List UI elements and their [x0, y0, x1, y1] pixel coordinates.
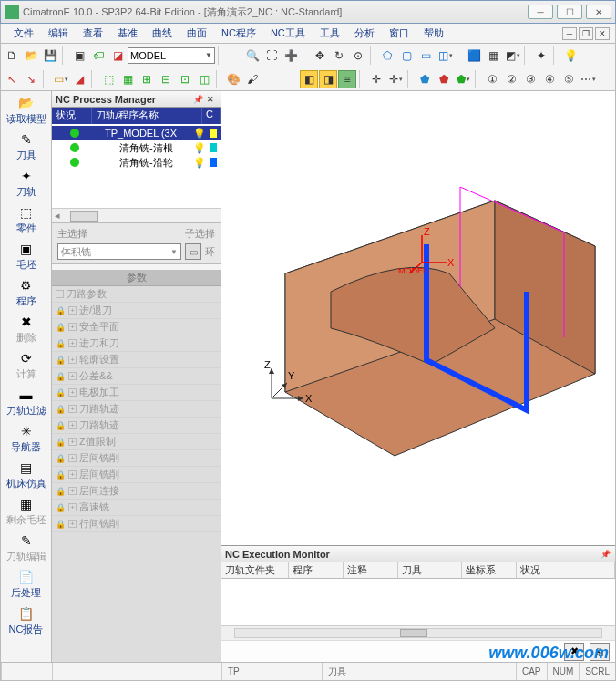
sub-select-box[interactable]: ▭ [185, 243, 201, 260]
param-row[interactable]: 🔒+高速铣 [52, 500, 221, 516]
col-status[interactable]: 状况 [52, 108, 92, 124]
toggle-c-button[interactable]: ≡ [338, 70, 356, 88]
left-tool-9[interactable]: ✳导航器 [5, 421, 48, 456]
param-row[interactable]: 🔒+安全平面 [52, 319, 221, 335]
model-shape-icon[interactable]: ◪ [108, 46, 127, 65]
menu-help[interactable]: 帮助 [416, 25, 451, 42]
expand-icon[interactable]: + [68, 454, 77, 462]
info-5-button[interactable]: ⑤ [560, 70, 578, 88]
ucs-button[interactable]: ✛ [367, 70, 385, 88]
zoom-window-button[interactable]: 🔍 [243, 46, 262, 65]
expand-icon[interactable]: + [68, 306, 77, 315]
side-view-button[interactable]: ◫ [436, 46, 454, 65]
filter-group-2[interactable]: ▦ [118, 70, 137, 88]
param-row[interactable]: 🔒+刀路轨迹 [52, 401, 221, 418]
body-1-button[interactable]: ⬟ [416, 70, 434, 88]
menu-curve[interactable]: 曲线 [145, 25, 180, 42]
ucs-drop-button[interactable]: ✛ [386, 70, 405, 88]
col-c[interactable]: C [202, 108, 221, 124]
axis-overlay-button[interactable]: ✦ [532, 46, 550, 65]
param-row[interactable]: 🔒+进刀和刀 [52, 335, 221, 352]
left-tool-11[interactable]: ▦剩余毛坯 [5, 494, 48, 529]
expand-icon[interactable]: + [68, 487, 77, 495]
left-tool-12[interactable]: ✎刀轨编辑 [5, 531, 48, 565]
body-2-button[interactable]: ⬟ [435, 70, 453, 88]
toggle-a-button[interactable]: ◧ [300, 70, 318, 88]
rotate-button[interactable]: ↻ [330, 46, 348, 65]
tag-icon[interactable]: 🏷 [89, 46, 108, 65]
zoom-in-button[interactable]: ➕ [282, 46, 300, 65]
menu-window[interactable]: 窗口 [382, 25, 416, 42]
pin-icon[interactable]: 📌 [599, 548, 611, 561]
param-row[interactable]: 🔒+公差&& [52, 368, 221, 385]
left-tool-10[interactable]: ▤机床仿真 [5, 458, 48, 492]
3d-viewport[interactable]: Z X MODEL Z Y X [221, 91, 615, 545]
top-view-button[interactable]: ▢ [397, 46, 416, 65]
left-tool-2[interactable]: ✦刀轨 [5, 166, 48, 201]
maximize-button[interactable]: ☐ [557, 5, 582, 19]
toggle-b-button[interactable]: ◨ [319, 70, 337, 88]
expand-icon[interactable]: + [68, 356, 77, 364]
exec-col-status[interactable]: 状况 [517, 562, 615, 578]
brush-button[interactable]: 🖌 [243, 70, 262, 88]
process-row[interactable]: 清角铣-沿轮💡 [52, 155, 221, 170]
exec-col-program[interactable]: 程序 [289, 562, 344, 578]
expand-icon[interactable]: + [68, 503, 77, 511]
deselect-button[interactable]: ↘ [22, 70, 40, 88]
param-row[interactable]: 🔒+层间连接 [52, 483, 221, 500]
panel-close-button[interactable]: ✕ [204, 93, 217, 106]
menu-nc-program[interactable]: NC程序 [214, 25, 263, 42]
menu-file[interactable]: 文件 [6, 25, 41, 42]
filter-group-3[interactable]: ⊞ [138, 70, 156, 88]
menu-surface[interactable]: 曲面 [180, 25, 214, 42]
mdi-restore[interactable]: ❐ [579, 27, 593, 40]
scrollbar-thumb[interactable] [400, 629, 427, 637]
info-2-button[interactable]: ② [502, 70, 520, 88]
model-combo[interactable]: MODEL ▼ [128, 47, 215, 64]
left-tool-0[interactable]: 📂读取模型 [5, 93, 48, 128]
info-3-button[interactable]: ③ [521, 70, 539, 88]
left-tool-8[interactable]: ▬刀轨过滤 [5, 385, 48, 419]
exec-col-coord[interactable]: 坐标系 [462, 562, 517, 578]
wireframe-button[interactable]: ▦ [484, 46, 502, 65]
param-row[interactable]: 🔒+进/退刀 [52, 303, 221, 319]
scrollbar-thumb[interactable] [70, 211, 98, 222]
col-name[interactable]: 刀轨/程序名称 [92, 108, 202, 124]
expand-icon[interactable]: + [68, 470, 77, 479]
main-select-combo[interactable]: 体积铣 ▼ [57, 243, 181, 260]
exec-cancel-button[interactable]: ✖ [564, 643, 584, 661]
open-button[interactable]: 📂 [22, 46, 40, 65]
model-icon[interactable]: ▣ [70, 46, 88, 65]
exec-col-tool[interactable]: 刀具 [398, 562, 462, 578]
menu-nc-tool[interactable]: NC工具 [263, 25, 313, 42]
pin-icon[interactable]: 📌 [191, 93, 204, 106]
pick-box-button[interactable]: ▭ [51, 70, 69, 88]
view-normal-button[interactable]: ⊙ [349, 46, 367, 65]
expand-icon[interactable]: + [68, 339, 77, 347]
exec-h-scrollbar[interactable] [221, 625, 615, 640]
expand-icon[interactable]: + [68, 323, 77, 331]
exec-exit-button[interactable]: ⎗ [590, 643, 610, 661]
expand-icon[interactable]: + [68, 372, 77, 380]
param-row[interactable]: 🔒+Z值限制 [52, 434, 221, 450]
expand-icon[interactable]: + [68, 388, 77, 397]
iso-view-button[interactable]: ⬠ [378, 46, 396, 65]
exec-col-comment[interactable]: 注释 [344, 562, 398, 578]
menu-datum[interactable]: 基准 [110, 25, 145, 42]
mdi-close[interactable]: ✕ [595, 27, 610, 40]
expand-icon[interactable]: + [68, 520, 77, 528]
filter-group-1[interactable]: ⬚ [99, 70, 118, 88]
mdi-minimize[interactable]: ─ [562, 27, 577, 40]
pan-button[interactable]: ✥ [311, 46, 329, 65]
left-tool-13[interactable]: 📄后处理 [5, 567, 48, 602]
left-tool-4[interactable]: ▣毛坯 [5, 239, 48, 273]
process-h-scrollbar[interactable]: ◂ [52, 208, 221, 222]
minimize-button[interactable]: ─ [528, 5, 553, 19]
menu-tools[interactable]: 工具 [313, 25, 347, 42]
left-tool-6[interactable]: ✖删除 [5, 312, 48, 346]
param-row[interactable]: 🔒+轮廓设置 [52, 352, 221, 368]
new-button[interactable]: 🗋 [3, 46, 21, 65]
menu-analyze[interactable]: 分析 [347, 25, 382, 42]
info-more-button[interactable]: ⋯ [579, 70, 597, 88]
left-tool-7[interactable]: ⟳计算 [5, 348, 48, 383]
